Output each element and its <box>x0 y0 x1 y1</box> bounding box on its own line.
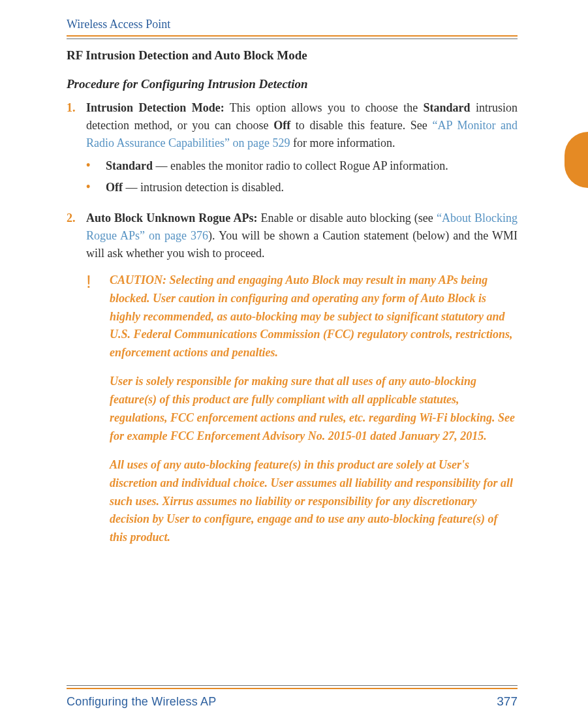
word-standard: Standard <box>424 101 471 114</box>
rule-orange-top <box>67 35 518 37</box>
sub-bullet-list: • Standard — enables the monitor radio t… <box>86 157 518 196</box>
bullet-body: Off — intrusion detection is disabled. <box>106 179 518 196</box>
document-page: Wireless Access Point RF Intrusion Detec… <box>0 0 588 557</box>
page-footer: Configuring the Wireless AP 377 <box>67 685 518 709</box>
bullet-term: Off <box>106 181 123 194</box>
step-number: 1. <box>67 99 86 203</box>
rule-gray-bottom <box>67 685 518 686</box>
bullet-dot: • <box>86 157 106 175</box>
caution-paragraph: User is solely responsible for making su… <box>110 373 518 446</box>
caution-block: ! CAUTION: Selecting and engaging Auto B… <box>86 271 518 557</box>
step-text: to disable this feature. See <box>290 119 432 132</box>
step-body: Intrusion Detection Mode: This option al… <box>86 99 518 203</box>
caution-paragraph: CAUTION: Selecting and engaging Auto Blo… <box>110 271 518 362</box>
procedure-step: 2. Auto Block Unknown Rogue APs: Enable … <box>67 209 518 262</box>
running-header: Wireless Access Point <box>67 18 518 31</box>
step-text: This option allows you to choose the <box>224 101 424 114</box>
step-text: for more information. <box>290 136 395 149</box>
page-number: 377 <box>497 694 518 709</box>
word-off: Off <box>273 119 290 132</box>
bullet-body: Standard — enables the monitor radio to … <box>106 157 518 175</box>
bullet-item: • Standard — enables the monitor radio t… <box>86 157 518 175</box>
step-lead: Intrusion Detection Mode: <box>86 101 224 114</box>
rule-orange-bottom <box>67 688 518 689</box>
rule-gray-top <box>67 39 518 39</box>
step-body: Auto Block Unknown Rogue APs: Enable or … <box>86 209 518 262</box>
step-number: 2. <box>67 209 86 262</box>
caution-paragraph: All uses of any auto-blocking feature(s)… <box>110 456 518 547</box>
footer-section-title: Configuring the Wireless AP <box>67 695 217 709</box>
procedure-list: 1. Intrusion Detection Mode: This option… <box>67 99 518 557</box>
caution-text: CAUTION: Selecting and engaging Auto Blo… <box>110 271 518 557</box>
step-text: Enable or disable auto blocking (see <box>257 211 437 224</box>
bullet-desc: intrusion detection is disabled. <box>140 181 284 194</box>
bullet-desc: enables the monitor radio to collect Rog… <box>170 159 448 172</box>
procedure-step: 1. Intrusion Detection Mode: This option… <box>67 99 518 203</box>
step-lead: Auto Block Unknown Rogue APs: <box>86 211 257 224</box>
separator: — <box>123 181 140 194</box>
separator: — <box>153 159 170 172</box>
bullet-dot: • <box>86 179 106 196</box>
section-title: RF Intrusion Detection and Auto Block Mo… <box>67 48 518 63</box>
caution-icon: ! <box>86 271 110 557</box>
bullet-term: Standard <box>106 159 153 172</box>
bullet-item: • Off — intrusion detection is disabled. <box>86 179 518 196</box>
section-subtitle: Procedure for Configuring Intrusion Dete… <box>67 77 518 91</box>
